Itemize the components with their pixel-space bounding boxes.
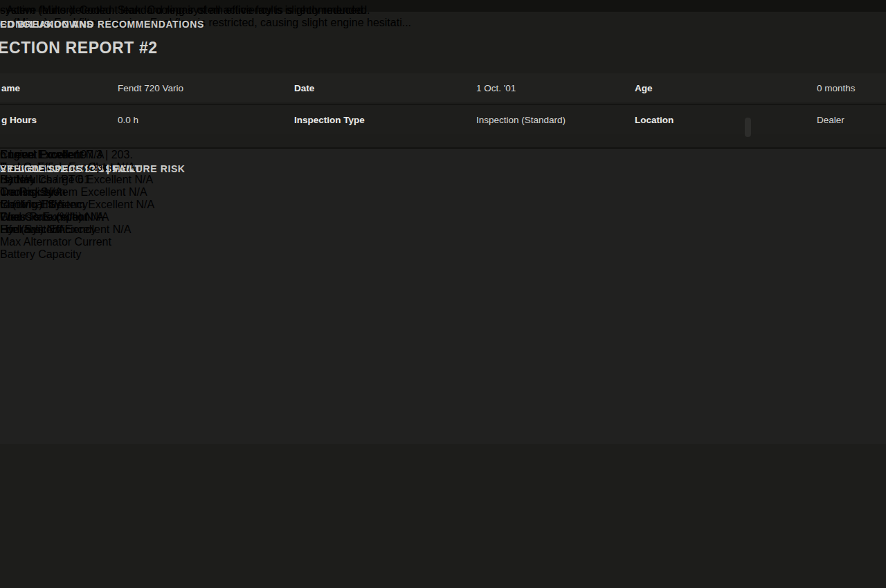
specs-row[interactable]: Battery Capacity: [0, 248, 133, 261]
main-section: L CONDITION ASSESSMENT n Level Excellent…: [0, 147, 886, 444]
info-value: 1 Oct. '01: [476, 83, 516, 93]
info-value: 0.0 h: [118, 115, 138, 125]
panel-title: CONCLUSION AND RECOMMENDATIONS: [0, 19, 204, 30]
specs-row[interactable]: Transmission: [0, 186, 133, 199]
specs-row[interactable]: Max Alternator Current: [0, 236, 133, 248]
info-label: Date: [294, 83, 314, 93]
specs-row[interactable]: Battery Charge 61: [0, 174, 133, 186]
spec-value: Opt: [88, 161, 106, 173]
conclusion-rows: - Active faults detected. Standard repai…: [0, 4, 370, 17]
spec-value: 61: [78, 174, 90, 185]
info-label: Inspection Type: [294, 115, 365, 125]
panel-vehicle-specs: VEHICLE SPECS Current Power 197.3 | 203.…: [0, 149, 133, 444]
spec-value: 197.3 | 203.: [75, 149, 133, 160]
info-value: 0 months: [817, 83, 856, 93]
panel-title: VEHICLE SPECS: [0, 163, 83, 174]
specs-row[interactable]: Fuel Consumption: [0, 211, 133, 223]
info-value: Dealer: [817, 115, 844, 125]
risk-value: N/A: [136, 199, 155, 210]
risk-value: N/A: [134, 174, 153, 185]
info-value: Inspection (Standard): [476, 115, 566, 125]
page-title: ECTION REPORT #2: [0, 39, 158, 57]
info-row: ame Fendt 720 Vario Date 1 Oct. '01 Age …: [0, 73, 886, 102]
conclusion-row-selected[interactable]: - Active faults detected. Standard repai…: [0, 4, 370, 17]
info-label: Location: [635, 115, 673, 125]
info-value: Fendt 720 Vario: [118, 83, 183, 93]
inspection-report-screen: ECTION REPORT #2 ame Fendt 720 Vario Dat…: [0, 0, 886, 588]
info-row: g Hours 0.0 h Inspection Type Inspection…: [0, 104, 886, 134]
info-label: Age: [635, 83, 653, 93]
info-label: g Hours: [1, 115, 37, 125]
specs-row[interactable]: Cooling Efficiency: [0, 199, 133, 211]
info-label: ame: [1, 83, 20, 93]
scrollbar-thumb[interactable]: [745, 118, 751, 137]
specs-row-selected[interactable]: Current Power 197.3 | 203.: [0, 149, 133, 161]
panel-conclusion: CONCLUSION AND RECOMMENDATIONS - Active …: [0, 4, 370, 17]
specs-row[interactable]: Hydraulic Efficiency: [0, 223, 133, 236]
